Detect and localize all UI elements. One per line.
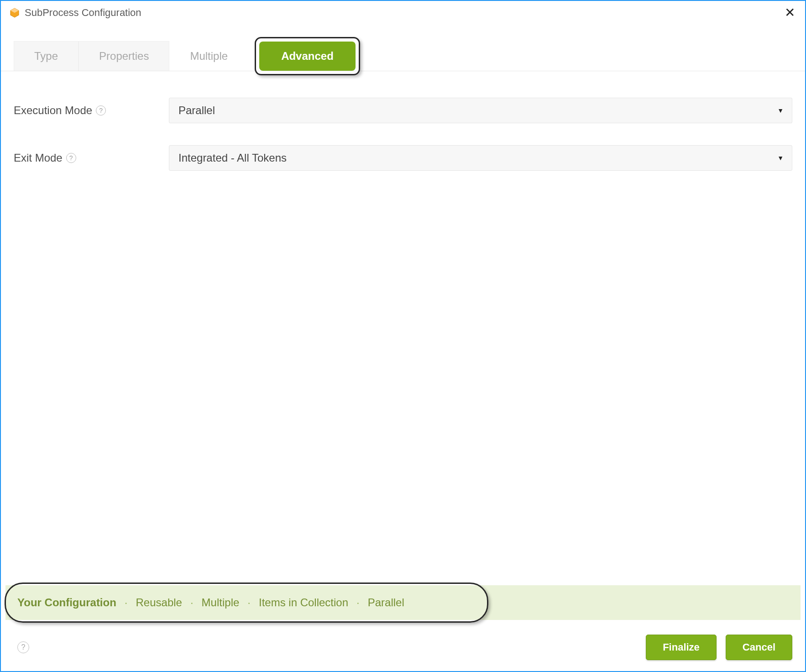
label-exit-mode: Exit Mode ?: [14, 152, 169, 164]
select-exit-mode[interactable]: Integrated - All Tokens ▼: [169, 145, 792, 171]
tab-multiple[interactable]: Multiple: [169, 41, 248, 71]
titlebar: SubProcess Configuration ✕: [1, 1, 805, 21]
finalize-button[interactable]: Finalize: [646, 635, 717, 660]
label-execution-mode: Execution Mode ?: [14, 104, 169, 117]
app-icon: [9, 7, 20, 18]
config-summary-item: Multiple: [202, 596, 240, 609]
help-icon[interactable]: ?: [66, 153, 76, 163]
config-summary-item: Reusable: [136, 596, 182, 609]
form-area: Execution Mode ? Parallel ▼ Exit Mode ? …: [1, 71, 805, 171]
close-icon[interactable]: ✕: [783, 6, 797, 19]
select-execution-mode[interactable]: Parallel ▼: [169, 98, 792, 123]
help-icon[interactable]: ?: [17, 641, 29, 653]
help-icon[interactable]: ?: [96, 105, 106, 116]
tab-advanced[interactable]: Advanced: [259, 42, 356, 71]
row-exit-mode: Exit Mode ? Integrated - All Tokens ▼: [14, 145, 792, 171]
chevron-down-icon: ▼: [777, 154, 784, 162]
tab-properties[interactable]: Properties: [79, 41, 169, 71]
row-execution-mode: Execution Mode ? Parallel ▼: [14, 98, 792, 123]
chevron-down-icon: ▼: [777, 107, 784, 114]
tab-type[interactable]: Type: [14, 41, 79, 71]
cancel-button[interactable]: Cancel: [726, 635, 792, 660]
config-summary-item: Parallel: [368, 596, 404, 609]
config-summary-bar: Your Configuration · Reusable · Multiple…: [5, 585, 801, 620]
footer: ? Finalize Cancel: [1, 626, 805, 671]
tabs: Type Properties Multiple Advanced: [1, 41, 805, 71]
config-summary-item: Items in Collection: [259, 596, 348, 609]
config-summary-heading: Your Configuration: [17, 596, 116, 609]
window-title: SubProcess Configuration: [25, 7, 141, 19]
